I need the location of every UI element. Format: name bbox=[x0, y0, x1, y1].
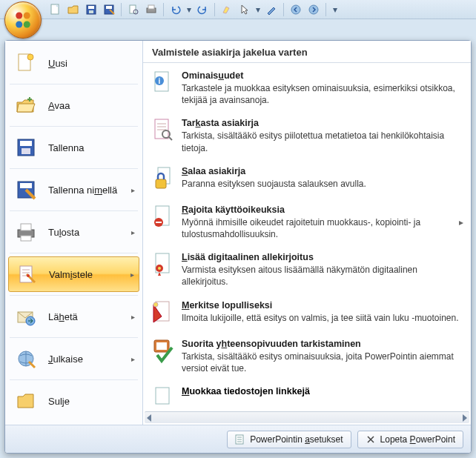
menu-open[interactable]: Avaa bbox=[8, 87, 139, 123]
opt-title: Tarkasta asiakirja bbox=[182, 118, 463, 130]
menu-right-column: Valmistele asiakirja jakelua varten i Om… bbox=[143, 41, 471, 425]
printer-icon bbox=[14, 220, 38, 244]
globe-forward-icon[interactable] bbox=[305, 1, 322, 18]
svg-rect-3 bbox=[89, 10, 93, 13]
opt-restrict[interactable]: Rajoita käyttöoikeuksia Myönnä ihmisille… bbox=[143, 200, 471, 248]
save-icon[interactable] bbox=[83, 1, 99, 18]
powerpoint-options-button[interactable]: PowerPointin asetukset bbox=[227, 431, 351, 448]
menu-prepare-label: Valmistele bbox=[49, 269, 93, 280]
chevron-right-icon: ▸ bbox=[459, 217, 463, 228]
opt-encrypt[interactable]: Salaa asiakirja Paranna esityksen suojau… bbox=[143, 162, 471, 200]
lock-icon bbox=[151, 166, 174, 193]
send-icon bbox=[14, 305, 38, 328]
svg-text:i: i bbox=[159, 77, 161, 85]
opt-inspect[interactable]: Tarkasta asiakirja Tarkista, sisältääkö … bbox=[143, 113, 471, 161]
opt-mark-final[interactable]: Merkitse lopulliseksi Ilmoita lukijoille… bbox=[143, 296, 471, 334]
svg-rect-2 bbox=[88, 6, 94, 9]
open-icon[interactable] bbox=[65, 1, 82, 18]
opt-properties[interactable]: i Ominaisuudet Tarkastele ja muokkaa esi… bbox=[143, 66, 471, 113]
svg-rect-37 bbox=[156, 179, 166, 188]
mark-final-icon bbox=[151, 300, 174, 327]
office-menu: Uusi Avaa Tallenna Tallenna nimellä ▸ Tu bbox=[4, 40, 472, 454]
menu-send[interactable]: Lähetä ▸ bbox=[8, 299, 139, 334]
chevron-right-icon: ▸ bbox=[131, 313, 135, 321]
pen-icon[interactable] bbox=[263, 1, 280, 18]
opt-title: Suorita yhteensopivuuden tarkistaminen bbox=[182, 339, 463, 351]
opt-desc: Tarkastele ja muokkaa esityksen ominaisu… bbox=[182, 82, 463, 106]
svg-point-15 bbox=[24, 21, 30, 28]
edit-links-icon bbox=[151, 386, 174, 405]
new-icon[interactable] bbox=[47, 1, 64, 18]
close-folder-icon bbox=[14, 389, 38, 413]
chevron-right-icon: ▸ bbox=[130, 271, 134, 279]
svg-rect-22 bbox=[20, 183, 32, 188]
menu-prepare[interactable]: Valmistele ▸ bbox=[8, 256, 139, 292]
svg-point-43 bbox=[158, 267, 161, 270]
properties-icon: i bbox=[151, 70, 174, 97]
svg-rect-6 bbox=[130, 5, 136, 13]
undo-icon[interactable] bbox=[168, 1, 184, 18]
opt-title: Lisää digitaalinen allekirjoitus bbox=[182, 252, 463, 264]
svg-rect-19 bbox=[20, 141, 32, 146]
opt-title: Rajoita käyttöoikeuksia bbox=[182, 205, 452, 216]
signature-icon bbox=[151, 252, 174, 279]
svg-rect-9 bbox=[148, 5, 154, 9]
menu-publish[interactable]: Julkaise ▸ bbox=[8, 341, 139, 376]
svg-rect-26 bbox=[20, 266, 32, 282]
menu-print-label: Tulosta bbox=[48, 227, 79, 238]
customize-qat-icon[interactable]: ▾ bbox=[330, 1, 340, 18]
horizontal-scrollbar[interactable] bbox=[145, 411, 469, 423]
svg-rect-24 bbox=[21, 224, 31, 230]
menu-save[interactable]: Tallenna bbox=[8, 130, 139, 165]
menu-close[interactable]: Sulje bbox=[8, 383, 139, 419]
pointer-dropdown-icon[interactable]: ▾ bbox=[254, 1, 262, 18]
menu-footer: PowerPointin asetukset Lopeta PowerPoint bbox=[5, 425, 471, 453]
svg-point-45 bbox=[153, 302, 158, 307]
svg-rect-40 bbox=[156, 222, 162, 223]
svg-rect-5 bbox=[106, 6, 112, 9]
opt-edit-links[interactable]: Muokkaa tiedostojen linkkejä bbox=[143, 382, 471, 410]
quick-print-icon[interactable] bbox=[143, 1, 159, 18]
opt-compatibility[interactable]: Suorita yhteensopivuuden tarkistaminen T… bbox=[143, 334, 471, 382]
close-icon bbox=[366, 434, 376, 445]
redo-icon[interactable] bbox=[194, 1, 211, 18]
opt-desc: Ilmoita lukijoille, että esitys on valmi… bbox=[182, 312, 463, 324]
highlight-icon[interactable] bbox=[219, 1, 235, 18]
svg-point-12 bbox=[16, 13, 22, 19]
svg-rect-47 bbox=[156, 342, 167, 350]
opt-desc: Tarkista, sisältääkö esitys ominaisuuksi… bbox=[182, 351, 463, 374]
menu-send-label: Lähetä bbox=[48, 311, 78, 322]
exit-label: Lopeta PowerPoint bbox=[380, 434, 455, 445]
prepare-options-list: i Ominaisuudet Tarkastele ja muokkaa esi… bbox=[143, 63, 471, 411]
opt-desc: Tarkista, sisältääkö esitys piilotettua … bbox=[182, 130, 463, 153]
office-button[interactable] bbox=[4, 1, 42, 39]
opt-signature[interactable]: Lisää digitaalinen allekirjoitus Varmist… bbox=[143, 248, 471, 295]
exit-powerpoint-button[interactable]: Lopeta PowerPoint bbox=[357, 431, 463, 448]
save-as-disk-icon bbox=[14, 178, 38, 202]
menu-save-as-label: Tallenna nimellä bbox=[48, 185, 117, 196]
restrict-icon bbox=[151, 205, 174, 231]
save-disk-icon bbox=[14, 136, 38, 159]
print-preview-icon[interactable] bbox=[125, 1, 142, 18]
inspect-icon bbox=[151, 118, 174, 145]
menu-left-column: Uusi Avaa Tallenna Tallenna nimellä ▸ Tu bbox=[5, 41, 143, 425]
globe-back-icon[interactable] bbox=[288, 1, 304, 18]
svg-point-14 bbox=[16, 21, 22, 28]
svg-rect-34 bbox=[155, 119, 168, 139]
svg-point-13 bbox=[24, 13, 30, 19]
chevron-right-icon: ▸ bbox=[131, 186, 135, 194]
svg-point-27 bbox=[27, 274, 30, 277]
publish-icon bbox=[14, 347, 38, 371]
options-icon bbox=[235, 434, 245, 445]
menu-save-as[interactable]: Tallenna nimellä ▸ bbox=[8, 172, 139, 208]
menu-new[interactable]: Uusi bbox=[8, 45, 139, 81]
undo-dropdown-icon[interactable]: ▾ bbox=[185, 1, 193, 18]
chevron-right-icon: ▸ bbox=[131, 228, 135, 236]
menu-print[interactable]: Tulosta ▸ bbox=[8, 214, 139, 250]
save-as-icon[interactable] bbox=[101, 1, 117, 18]
svg-point-10 bbox=[291, 5, 300, 14]
pointer-icon[interactable] bbox=[237, 1, 253, 18]
opt-title: Ominaisuudet bbox=[182, 70, 463, 82]
chevron-right-icon: ▸ bbox=[131, 355, 135, 363]
compatibility-icon bbox=[151, 339, 174, 365]
